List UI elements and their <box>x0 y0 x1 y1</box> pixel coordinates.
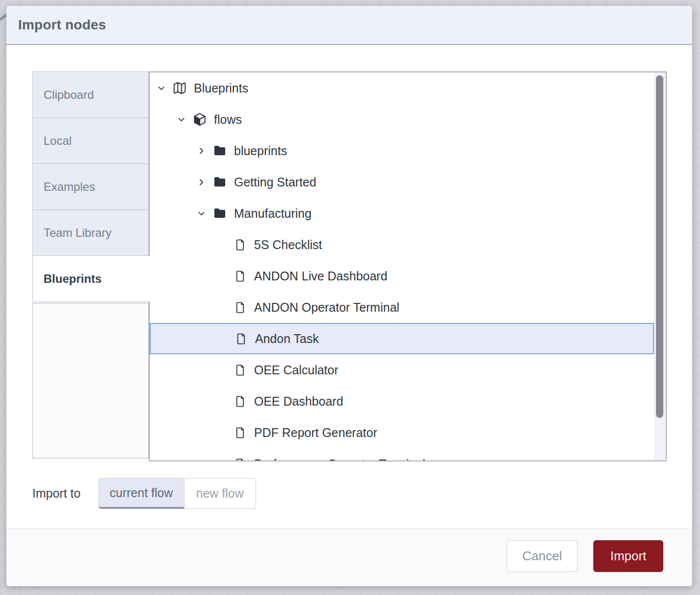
file-icon-wrap <box>233 300 247 315</box>
chevron-down-toggle[interactable] <box>196 208 207 219</box>
chevron-down-icon <box>196 208 207 219</box>
tree-row-label: Manufacturing <box>234 206 311 221</box>
tree-row-label: OEE Calculator <box>254 363 338 377</box>
package-icon <box>192 112 207 127</box>
import-to-label: Import to <box>32 486 81 501</box>
file-icon-wrap <box>233 269 247 283</box>
tree-row[interactable]: ANDON Operator Terminal <box>150 292 654 323</box>
map-icon-wrap <box>172 81 187 95</box>
chevron-down-icon <box>156 83 166 93</box>
folder-icon <box>213 206 227 220</box>
package-icon-wrap <box>192 112 207 127</box>
tabs-filler <box>32 303 149 458</box>
tree-row[interactable]: Blueprints <box>150 72 654 104</box>
folder-icon-wrap <box>212 143 227 158</box>
file-icon <box>233 364 247 377</box>
tree-row[interactable]: OEE Dashboard <box>150 386 654 417</box>
file-icon <box>234 332 248 345</box>
map-icon <box>172 81 187 95</box>
file-icon <box>233 426 247 439</box>
library-tree-panel: BlueprintsflowsblueprintsGetting Started… <box>149 71 667 461</box>
tree-row[interactable]: Manufacturing <box>150 198 654 229</box>
chevron-down-toggle[interactable] <box>156 83 166 93</box>
tree-row[interactable]: flows <box>150 104 654 135</box>
chevron-right-toggle[interactable] <box>196 145 207 156</box>
tree-row[interactable]: Andon Task <box>150 323 654 354</box>
file-icon <box>233 301 247 314</box>
import-button[interactable]: Import <box>593 540 663 572</box>
tree-row-label: Andon Task <box>255 332 319 346</box>
tree-row[interactable]: Performance Operator Terminal <box>150 448 654 461</box>
cancel-button[interactable]: Cancel <box>507 540 578 572</box>
dialog-header: Import nodes <box>6 6 692 45</box>
chevron-right-icon <box>196 146 207 156</box>
import-target-current-flow[interactable]: current flow <box>98 478 185 509</box>
tree-row-label: blueprints <box>234 144 287 158</box>
tree-row-label: PDF Report Generator <box>254 426 377 440</box>
sidebar-tab-team-library[interactable]: Team Library <box>32 209 149 256</box>
import-target-new-flow[interactable]: new flow <box>185 478 256 509</box>
tree-row-label: flows <box>214 113 242 127</box>
file-icon-wrap <box>233 363 247 377</box>
dialog-footer: Cancel Import <box>6 528 692 586</box>
file-icon-wrap <box>233 457 247 461</box>
tree-row[interactable]: Getting Started <box>150 166 654 198</box>
tree-row[interactable]: 5S Checklist <box>150 229 654 260</box>
tree-row[interactable]: OEE Calculator <box>150 354 654 386</box>
scrollbar-thumb[interactable] <box>656 75 663 418</box>
tree-row-label: OEE Dashboard <box>254 394 343 409</box>
file-icon-wrap <box>233 425 247 440</box>
tree-row[interactable]: PDF Report Generator <box>150 417 654 448</box>
sidebar-tab-blueprints[interactable]: Blueprints <box>32 255 150 302</box>
chevron-right-icon <box>196 177 207 187</box>
folder-icon-wrap <box>212 175 227 189</box>
sidebar-tab-local[interactable]: Local <box>32 117 149 164</box>
tree-row-label: Getting Started <box>234 175 316 189</box>
file-icon <box>233 270 247 283</box>
file-icon-wrap <box>233 237 247 252</box>
sidebar-tab-examples[interactable]: Examples <box>32 163 149 210</box>
tree-row-label: Blueprints <box>194 81 248 95</box>
folder-icon-wrap <box>212 206 227 221</box>
chevron-down-toggle[interactable] <box>176 114 187 125</box>
library-tabs: ClipboardLocalExamplesTeam LibraryBluepr… <box>32 71 149 458</box>
file-icon <box>233 395 247 408</box>
folder-icon <box>213 144 227 158</box>
sidebar-tab-clipboard[interactable]: Clipboard <box>32 71 149 118</box>
file-icon <box>233 238 247 252</box>
dialog-title: Import nodes <box>18 17 106 33</box>
file-icon <box>233 458 247 462</box>
chevron-right-toggle[interactable] <box>196 177 207 187</box>
chevron-down-icon <box>176 114 187 125</box>
import-nodes-dialog: Import nodes ClipboardLocalExamplesTeam … <box>6 6 692 586</box>
tree-row-label: Performance Operator Terminal <box>254 457 425 462</box>
import-to-row: Import to current flownew flow <box>32 478 256 509</box>
tree-row-label: ANDON Live Dashboard <box>254 269 387 283</box>
tree-row[interactable]: ANDON Live Dashboard <box>150 260 654 292</box>
file-icon-wrap <box>233 331 248 346</box>
tree-row[interactable]: blueprints <box>150 135 654 166</box>
import-target-toggle: current flownew flow <box>98 478 256 509</box>
scrollbar-track[interactable] <box>654 72 666 460</box>
tree-rows: BlueprintsflowsblueprintsGetting Started… <box>150 72 654 461</box>
tree-row-label: ANDON Operator Terminal <box>254 300 399 315</box>
tree-row-label: 5S Checklist <box>254 238 322 252</box>
file-icon-wrap <box>233 394 247 409</box>
folder-icon <box>213 175 227 189</box>
